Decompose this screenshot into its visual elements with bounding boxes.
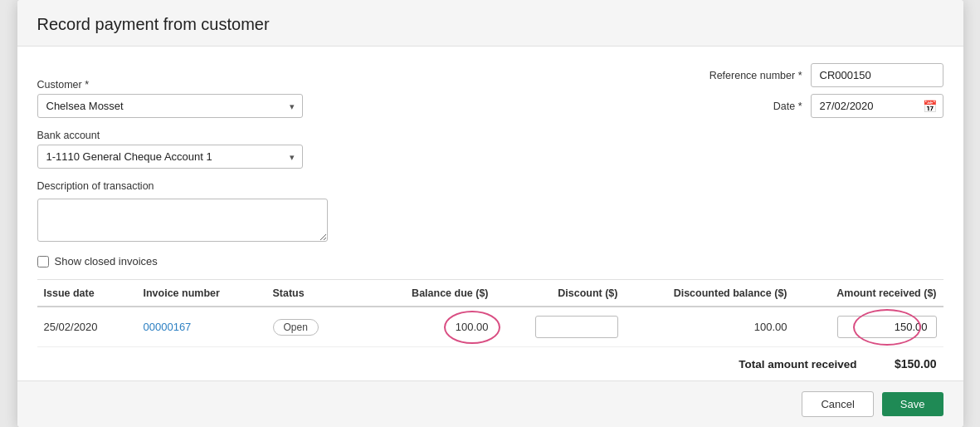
invoice-number-link[interactable]: 00000167 [144, 321, 192, 333]
modal-footer: Cancel Save [17, 380, 963, 427]
invoice-table-section: Issue date Invoice number Status Balance… [37, 279, 943, 380]
date-input[interactable] [811, 94, 943, 118]
description-label: Description of transaction [37, 180, 943, 192]
amount-received-circled [837, 316, 937, 338]
th-invoice-number: Invoice number [137, 280, 266, 307]
discount-input[interactable] [535, 316, 618, 338]
th-discount: Discount ($) [495, 280, 625, 307]
cell-balance-due: 100.00 [356, 307, 495, 347]
th-status: Status [266, 280, 356, 307]
table-header-row: Issue date Invoice number Status Balance… [37, 280, 943, 307]
date-label: Date * [711, 101, 802, 112]
total-label: Total amount received [739, 358, 856, 371]
customer-select[interactable]: Chelsea Mosset [37, 94, 303, 118]
table-row: 25/02/2020 00000167 Open 100.00 [37, 307, 943, 347]
bank-account-group: Bank account 1-1110 General Cheque Accou… [37, 130, 303, 169]
balance-due-circled: 100.00 [456, 321, 489, 333]
th-discounted-balance: Discounted balance ($) [625, 280, 794, 307]
description-group: Description of transaction [37, 180, 943, 242]
cell-issue-date: 25/02/2020 [37, 307, 137, 347]
th-issue-date: Issue date [37, 280, 137, 307]
cell-amount-received [794, 307, 943, 347]
amount-received-input[interactable] [837, 316, 937, 338]
cell-discount [495, 307, 625, 347]
show-closed-checkbox[interactable] [37, 256, 49, 267]
customer-select-wrapper: Chelsea Mosset ▾ [37, 94, 303, 118]
save-button[interactable]: Save [882, 392, 943, 416]
cancel-button[interactable]: Cancel [802, 391, 873, 417]
modal-container: Record payment from customer Customer * … [17, 0, 963, 427]
customer-label: Customer * [37, 79, 303, 91]
bank-account-row: Bank account 1-1110 General Cheque Accou… [37, 130, 943, 169]
description-textarea[interactable] [37, 199, 328, 242]
date-row: Date * 📅 [711, 94, 943, 118]
reference-input[interactable] [811, 63, 943, 87]
date-wrapper: 📅 [811, 94, 943, 118]
invoice-table: Issue date Invoice number Status Balance… [37, 280, 943, 347]
total-value: $150.00 [870, 357, 937, 371]
cell-status: Open [266, 307, 356, 347]
bank-account-select-wrapper: 1-1110 General Cheque Account 1 ▾ [37, 145, 303, 169]
bank-account-select[interactable]: 1-1110 General Cheque Account 1 [37, 145, 303, 169]
total-row: Total amount received $150.00 [37, 347, 943, 380]
right-fields: Reference number * Date * 📅 [709, 63, 943, 118]
reference-label: Reference number * [709, 70, 802, 81]
customer-group: Customer * Chelsea Mosset ▾ [37, 79, 303, 118]
status-badge: Open [273, 319, 319, 336]
show-closed-row: Show closed invoices [37, 255, 943, 267]
reference-row: Reference number * [709, 63, 943, 87]
modal-body: Customer * Chelsea Mosset ▾ Reference nu… [17, 47, 963, 380]
show-closed-label[interactable]: Show closed invoices [55, 255, 158, 267]
modal-title: Record payment from customer [37, 15, 943, 34]
modal-header: Record payment from customer [17, 0, 963, 47]
cell-discounted-balance: 100.00 [625, 307, 794, 347]
th-amount-received: Amount received ($) [794, 280, 943, 307]
th-balance-due: Balance due ($) [356, 280, 495, 307]
top-form-row: Customer * Chelsea Mosset ▾ Reference nu… [37, 63, 943, 118]
bank-account-label: Bank account [37, 130, 303, 141]
cell-invoice-number: 00000167 [137, 307, 266, 347]
